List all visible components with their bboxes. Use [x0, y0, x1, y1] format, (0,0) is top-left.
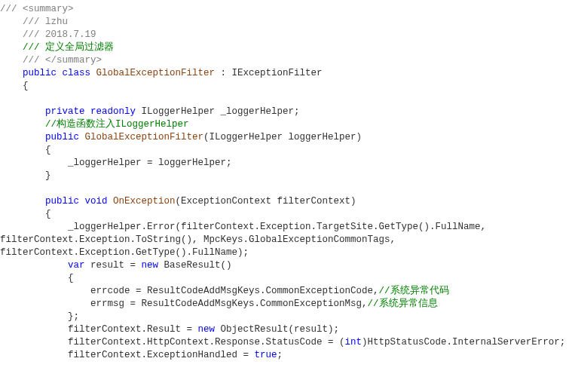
line-18: _loggerHelper.Error(filterContext.Except… [0, 222, 492, 232]
line-14: } [0, 170, 51, 181]
line-9: private readonly ILoggerHelper _loggerHe… [0, 106, 300, 117]
code-block: /// <summary> /// lzhu /// 2018.7.19 ///… [0, 0, 572, 362]
line-17: { [0, 209, 51, 219]
line-22: { [0, 273, 74, 283]
line-4: /// 定义全局过滤器 [0, 42, 114, 53]
line-1: /// <summary> [0, 4, 74, 14]
line-5: /// </summary> [0, 55, 102, 66]
line-13: _loggerHelper = loggerHelper; [0, 158, 232, 168]
line-26: filterContext.Result = new ObjectResult(… [0, 324, 339, 335]
line-25: }; [0, 311, 79, 322]
line-16: public void OnException(ExceptionContext… [0, 196, 356, 207]
line-19: filterContext.Exception.ToString(), MpcK… [0, 234, 402, 245]
line-20: filterContext.Exception.GetType().FullNa… [0, 247, 249, 258]
line-28: filterContext.ExceptionHandled = true; [0, 350, 283, 360]
line-21: var result = new BaseResult() [0, 260, 232, 271]
line-2: /// lzhu [0, 17, 68, 27]
line-7: { [0, 81, 29, 91]
line-23: errcode = ResultCodeAddMsgKeys.CommonExc… [0, 286, 449, 296]
line-24: errmsg = ResultCodeAddMsgKeys.CommonExce… [0, 299, 438, 309]
line-10: //构造函数注入ILoggerHelper [0, 119, 189, 130]
line-11: public GlobalExceptionFilter(ILoggerHelp… [0, 132, 362, 142]
line-27: filterContext.HttpContext.Response.Statu… [0, 337, 565, 348]
line-3: /// 2018.7.19 [0, 29, 96, 40]
line-12: { [0, 145, 51, 155]
line-6: public class GlobalExceptionFilter : IEx… [0, 68, 323, 78]
